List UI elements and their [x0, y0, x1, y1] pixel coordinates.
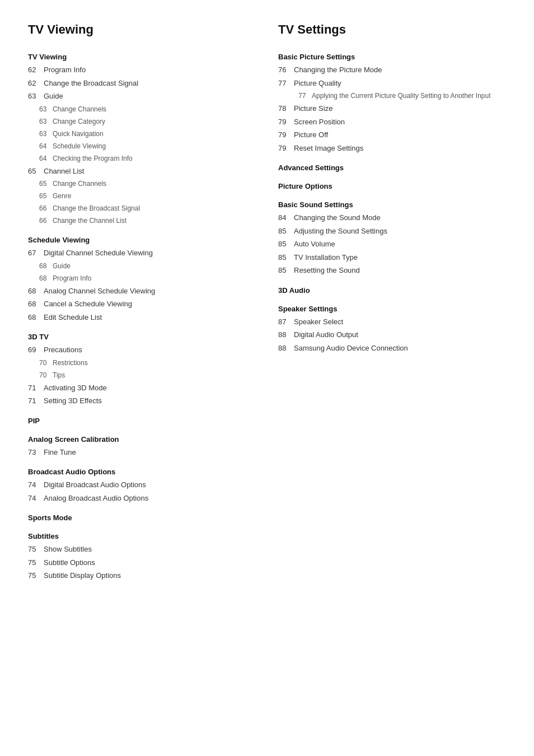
left-column: TV Viewing TV Viewing62Program Info62Cha…	[28, 22, 256, 584]
section-header: Basic Picture Settings	[278, 53, 506, 61]
page-number: 79	[278, 143, 294, 154]
toc-title: Edit Schedule List	[44, 312, 102, 323]
page-number: 68	[28, 286, 44, 297]
toc-title: Changing the Picture Mode	[294, 64, 382, 76]
toc-item: 77Picture Quality	[278, 78, 506, 89]
page-number: 75	[28, 570, 44, 581]
toc-item-indent: 63Change Channels	[28, 104, 256, 114]
page-number: 74	[28, 493, 44, 504]
page-number: 69	[28, 344, 44, 356]
toc-title: Change the Channel List	[53, 216, 127, 226]
page-number: 68	[28, 298, 44, 310]
toc-item-indent: 68Program Info	[28, 273, 256, 283]
toc-title: Schedule Viewing	[53, 141, 106, 151]
toc-item: 68Cancel a Schedule Viewing	[28, 298, 256, 310]
page-number: 88	[278, 329, 294, 340]
page-number: 65	[28, 166, 44, 177]
toc-title: Genre	[53, 191, 71, 201]
toc-item: 62Program Info	[28, 64, 256, 76]
toc-title: Guide	[53, 261, 71, 271]
page-number: 67	[28, 248, 44, 259]
toc-title: Auto Volume	[294, 239, 335, 250]
toc-title: Picture Quality	[294, 78, 341, 89]
page-number: 79	[278, 116, 294, 128]
toc-title: Subtitle Options	[44, 557, 95, 568]
toc-title: Digital Audio Output	[294, 329, 358, 340]
page-number: 85	[278, 226, 294, 237]
section-header: TV Viewing	[28, 53, 256, 61]
page-number: 62	[28, 78, 44, 89]
toc-item: 85Auto Volume	[278, 239, 506, 250]
section-header: Sports Mode	[28, 514, 256, 522]
toc-title: Subtitle Display Options	[44, 570, 121, 581]
page-number: 74	[28, 479, 44, 491]
page-number: 78	[278, 103, 294, 114]
toc-item: 79Reset Image Settings	[278, 143, 506, 154]
section-header: Broadcast Audio Options	[28, 468, 256, 476]
page-number: 71	[28, 382, 44, 394]
toc-title: Channel List	[44, 166, 84, 177]
page-number: 85	[278, 252, 294, 263]
toc-item: 65Channel List	[28, 166, 256, 177]
toc-item: 85Resetting the Sound	[278, 265, 506, 276]
toc-item-indent: 70Tips	[28, 370, 256, 380]
page-number: 75	[28, 557, 44, 568]
toc-item-indent: 65Change Channels	[28, 179, 256, 189]
left-toc: TV Viewing62Program Info62Change the Bro…	[28, 53, 256, 581]
toc-item: 79Picture Off	[278, 129, 506, 141]
page-number: 85	[278, 239, 294, 250]
page-number: 88	[278, 343, 294, 354]
toc-item: 62Change the Broadcast Signal	[28, 78, 256, 89]
toc-title: Samsung Audio Device Connection	[294, 343, 408, 354]
page-number: 63	[39, 116, 53, 127]
toc-item: 74Digital Broadcast Audio Options	[28, 479, 256, 491]
toc-item: 88Digital Audio Output	[278, 329, 506, 340]
toc-title: Picture Size	[294, 103, 332, 114]
toc-item: 87Speaker Select	[278, 316, 506, 328]
toc-title: Screen Position	[294, 116, 345, 128]
toc-title: Activating 3D Mode	[44, 382, 107, 394]
toc-item: 75Subtitle Options	[28, 557, 256, 568]
page-number: 70	[39, 370, 53, 380]
toc-title: Cancel a Schedule Viewing	[44, 298, 132, 310]
section-header: Subtitles	[28, 532, 256, 540]
section-header: Basic Sound Settings	[278, 200, 506, 209]
toc-title: Program Info	[53, 273, 91, 283]
page-number: 84	[278, 212, 294, 223]
page-number: 87	[278, 316, 294, 328]
toc-title: Digital Channel Schedule Viewing	[44, 248, 153, 259]
toc-item: 78Picture Size	[278, 103, 506, 114]
toc-title: TV Installation Type	[294, 252, 358, 263]
toc-title: Change Category	[53, 116, 105, 127]
toc-item: 88Samsung Audio Device Connection	[278, 343, 506, 354]
section-header: Speaker Settings	[278, 305, 506, 313]
page-number: 77	[298, 91, 312, 101]
toc-item: 67Digital Channel Schedule Viewing	[28, 248, 256, 259]
page-number: 65	[39, 191, 53, 201]
toc-title: Analog Broadcast Audio Options	[44, 493, 148, 504]
toc-item: 68Edit Schedule List	[28, 312, 256, 323]
toc-title: Fine Tune	[44, 447, 76, 458]
toc-item: 75Subtitle Display Options	[28, 570, 256, 581]
right-heading: TV Settings	[278, 22, 506, 37]
toc-title: Changing the Sound Mode	[294, 212, 381, 223]
page-number: 85	[278, 265, 294, 276]
page-number: 64	[39, 141, 53, 151]
toc-item: 69Precautions	[28, 344, 256, 356]
toc-title: Speaker Select	[294, 316, 343, 328]
toc-title: Program Info	[44, 64, 86, 76]
page-number: 68	[39, 261, 53, 271]
toc-title: Change Channels	[53, 179, 106, 189]
toc-title: Show Subtitles	[44, 544, 92, 555]
page-number: 68	[28, 312, 44, 323]
toc-item: 85TV Installation Type	[278, 252, 506, 263]
page-number: 73	[28, 447, 44, 458]
page-number: 63	[39, 129, 53, 139]
toc-item-indent: 66Change the Channel List	[28, 216, 256, 226]
toc-item: 71Setting 3D Effects	[28, 395, 256, 407]
toc-item: 84Changing the Sound Mode	[278, 212, 506, 223]
toc-item-indent: 63Change Category	[28, 116, 256, 127]
toc-item: 76Changing the Picture Mode	[278, 64, 506, 76]
toc-item: 74Analog Broadcast Audio Options	[28, 493, 256, 504]
toc-title: Digital Broadcast Audio Options	[44, 479, 146, 491]
